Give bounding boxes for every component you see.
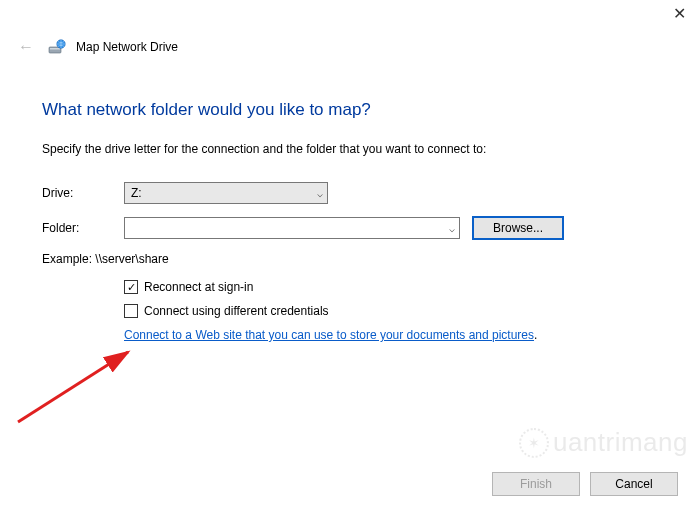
diffcred-checkbox-row[interactable]: Connect using different credentials [124,304,658,318]
reconnect-label: Reconnect at sign-in [144,280,253,294]
browse-button[interactable]: Browse... [472,216,564,240]
diffcred-checkbox[interactable] [124,304,138,318]
window-title: Map Network Drive [76,40,178,54]
connect-website-link[interactable]: Connect to a Web site that you can use t… [124,328,534,342]
wizard-header: ← Map Network Drive [0,0,700,64]
close-icon[interactable]: ✕ [673,6,686,22]
example-text: Example: \\server\share [42,252,658,266]
folder-label: Folder: [42,221,124,235]
back-arrow-icon: ← [14,36,38,58]
cancel-button[interactable]: Cancel [590,472,678,496]
drive-value: Z: [131,186,142,200]
page-heading: What network folder would you like to ma… [42,100,658,120]
diffcred-label: Connect using different credentials [144,304,329,318]
svg-line-3 [18,352,128,422]
svg-rect-1 [50,48,60,50]
annotation-arrow [10,340,150,430]
folder-combobox[interactable]: ⌵ [124,217,460,239]
reconnect-checkbox[interactable]: ✓ [124,280,138,294]
chevron-down-icon: ⌵ [317,188,323,199]
instruction-text: Specify the drive letter for the connect… [42,142,658,156]
chevron-down-icon: ⌵ [449,223,455,234]
drive-label: Drive: [42,186,124,200]
finish-button: Finish [492,472,580,496]
drive-select[interactable]: Z: ⌵ [124,182,328,204]
watermark: ✶ uantrimang [519,427,688,458]
network-drive-icon [48,38,66,56]
reconnect-checkbox-row[interactable]: ✓ Reconnect at sign-in [124,280,658,294]
